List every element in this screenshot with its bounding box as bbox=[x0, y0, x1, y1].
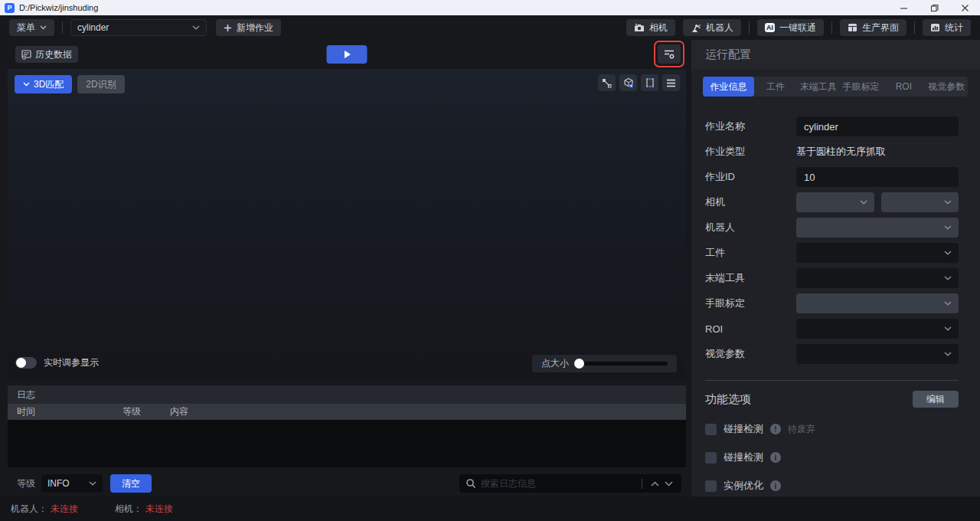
job-id-input[interactable] bbox=[796, 167, 959, 187]
toolbar-divider bbox=[914, 21, 915, 34]
ai-connect-button[interactable]: AI 一键联通 bbox=[757, 19, 824, 36]
form-row-job-id: 作业ID bbox=[705, 167, 959, 187]
tab-2d-recognition[interactable]: 2D识别 bbox=[77, 75, 124, 93]
search-divider bbox=[642, 479, 642, 489]
form-row-robot: 机器人 bbox=[705, 218, 959, 238]
stats-button[interactable]: 统计 bbox=[923, 19, 971, 36]
form-row-vision-params: 视觉参数 bbox=[705, 344, 959, 364]
log-col-time: 时间 bbox=[8, 405, 122, 418]
tab-roi[interactable]: ROI bbox=[882, 77, 925, 97]
log-level-select[interactable]: INFO bbox=[41, 474, 103, 493]
robot-button[interactable]: 机器人 bbox=[683, 19, 741, 36]
chevron-down-icon bbox=[944, 301, 952, 306]
search-icon bbox=[466, 478, 476, 489]
chevron-down-icon bbox=[944, 200, 952, 205]
info-icon[interactable]: i bbox=[770, 480, 781, 491]
log-level-label: 等级 bbox=[17, 477, 35, 490]
log-controls: 等级 INFO 清空 bbox=[8, 473, 686, 494]
tab-vision-params[interactable]: 视觉参数 bbox=[925, 77, 968, 97]
maximize-icon[interactable] bbox=[919, 0, 949, 15]
tab-hand-eye-calib[interactable]: 手眼标定 bbox=[840, 77, 883, 97]
tab-job-info[interactable]: 作业信息 bbox=[703, 77, 754, 97]
toolbar-divider bbox=[749, 21, 750, 34]
fit-view-tool-button[interactable] bbox=[641, 74, 658, 91]
toolbar-divider bbox=[831, 21, 832, 34]
viewport-menu-button[interactable] bbox=[662, 74, 680, 91]
form-row-end-tool: 末端工具 bbox=[705, 268, 959, 288]
tab-end-tool[interactable]: 末端工具 bbox=[797, 77, 840, 97]
hand-eye-select[interactable] bbox=[796, 293, 959, 313]
measure-tool-button[interactable] bbox=[598, 74, 616, 91]
tab-3d-match[interactable]: 3D匹配 bbox=[15, 75, 72, 93]
job-name-input[interactable] bbox=[796, 116, 959, 136]
cube-add-icon bbox=[623, 77, 634, 88]
chevron-down-icon bbox=[23, 82, 30, 87]
instance-optimize-checkbox[interactable] bbox=[705, 480, 717, 492]
realtime-toggle-row: 实时调参显示 bbox=[15, 356, 99, 369]
deprecated-note: 待废弃 bbox=[788, 423, 815, 436]
collision-detect-checkbox-2[interactable] bbox=[705, 452, 717, 464]
close-icon[interactable] bbox=[949, 0, 980, 15]
camera-select-1[interactable] bbox=[796, 192, 874, 212]
chevron-down-icon bbox=[944, 352, 952, 356]
titlebar: P D:/Pickwiz/jinshuding bbox=[0, 0, 980, 15]
collision-detect-checkbox-1[interactable] bbox=[705, 424, 717, 435]
history-data-button[interactable]: 历史数据 bbox=[15, 46, 78, 63]
camera-button[interactable]: 相机 bbox=[626, 19, 675, 36]
clear-log-button[interactable]: 清空 bbox=[110, 474, 152, 493]
options-title: 功能选项 bbox=[705, 392, 751, 407]
window-controls bbox=[888, 0, 980, 15]
log-search-box bbox=[459, 474, 681, 493]
log-search-input[interactable] bbox=[481, 478, 636, 489]
new-job-button[interactable]: 新增作业 bbox=[216, 19, 281, 36]
chevron-down-icon bbox=[89, 481, 96, 486]
workpiece-select[interactable] bbox=[796, 243, 959, 263]
production-view-button[interactable]: 生产界面 bbox=[840, 19, 906, 36]
job-type-value: 基于圆柱的无序抓取 bbox=[796, 145, 886, 159]
chevron-down-icon bbox=[944, 251, 952, 255]
log-table-body[interactable] bbox=[8, 420, 686, 467]
search-prev-button[interactable] bbox=[648, 477, 662, 490]
info-icon[interactable]: i bbox=[770, 452, 781, 463]
window-title: D:/Pickwiz/jinshuding bbox=[19, 3, 98, 12]
minimize-icon[interactable] bbox=[888, 0, 919, 15]
job-select[interactable]: cylinder bbox=[70, 19, 207, 36]
form-row-workpiece: 工件 bbox=[705, 243, 959, 263]
warning-icon[interactable]: ! bbox=[770, 424, 781, 434]
form-row-job-type: 作业类型 基于圆柱的无序抓取 bbox=[705, 142, 959, 162]
list-settings-icon bbox=[663, 48, 675, 60]
chevron-down-icon bbox=[40, 25, 47, 30]
panel-divider bbox=[705, 380, 959, 381]
menu-button[interactable]: 菜单 bbox=[9, 19, 54, 36]
toggle-knob bbox=[16, 358, 26, 368]
realtime-params-toggle[interactable] bbox=[15, 357, 37, 369]
run-config-toggle-button[interactable] bbox=[658, 44, 681, 64]
main-area: 历史数据 3 bbox=[0, 40, 980, 496]
slider-thumb[interactable] bbox=[574, 359, 584, 369]
edit-options-button[interactable]: 编辑 bbox=[913, 391, 959, 408]
run-config-panel: 运行配置 作业信息 工件 末端工具 手眼标定 ROI 视觉参数 作业名称 作业类… bbox=[691, 40, 980, 496]
job-info-form: 作业名称 作业类型 基于圆柱的无序抓取 作业ID 相机 bbox=[691, 97, 980, 364]
viewport-tabs: 3D匹配 2D识别 bbox=[15, 75, 125, 93]
viewport-3d[interactable]: 3D匹配 2D识别 bbox=[8, 69, 686, 381]
vision-params-select[interactable] bbox=[796, 344, 959, 364]
add-model-tool-button[interactable] bbox=[619, 74, 637, 91]
end-tool-select[interactable] bbox=[796, 268, 959, 288]
log-col-level: 等级 bbox=[122, 405, 170, 418]
panel-title: 运行配置 bbox=[691, 40, 980, 69]
search-next-button[interactable] bbox=[662, 477, 675, 490]
run-button[interactable] bbox=[327, 45, 368, 64]
camera-select-2[interactable] bbox=[881, 192, 959, 212]
ai-icon: AI bbox=[765, 23, 775, 32]
robot-status-value: 未连接 bbox=[51, 503, 78, 516]
chevron-down-icon bbox=[860, 200, 867, 205]
workspace-column: 历史数据 3 bbox=[8, 40, 686, 496]
bar-chart-icon bbox=[930, 23, 940, 32]
robot-select[interactable] bbox=[796, 218, 959, 238]
play-icon bbox=[342, 50, 351, 59]
option-instance-optimize: 实例优化 i bbox=[705, 479, 959, 493]
form-row-roi: ROI bbox=[705, 319, 959, 339]
point-size-slider[interactable] bbox=[576, 362, 668, 365]
tab-workpiece[interactable]: 工件 bbox=[754, 77, 797, 97]
roi-select[interactable] bbox=[796, 319, 959, 339]
